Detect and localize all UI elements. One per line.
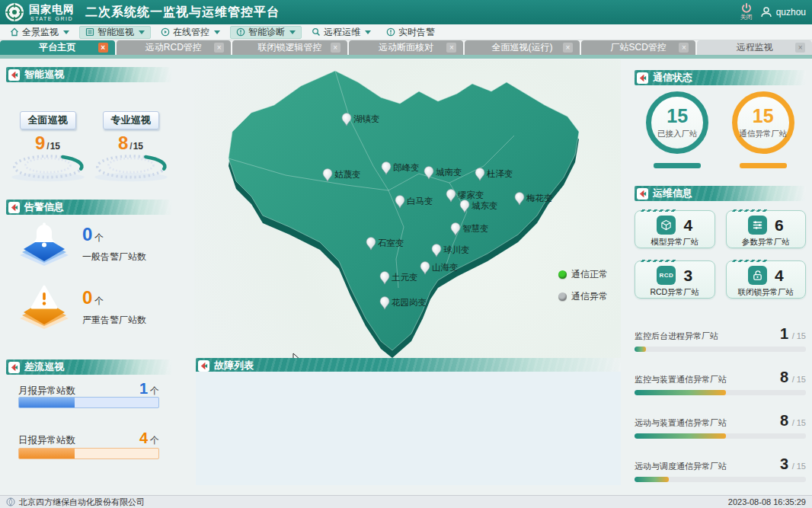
menu-label: 智能诊断 [248, 26, 285, 39]
stat-label: 远动与调度通信异常厂站 [635, 461, 727, 472]
map-pin[interactable]: 智慧变 [450, 222, 489, 236]
stat-row: 远动与装置通信异常厂站 8 15 [635, 413, 806, 439]
tab-close-icon[interactable]: × [214, 43, 224, 53]
menu-label: 在线管控 [173, 26, 209, 39]
menu-label: 远程运维 [324, 26, 360, 39]
menu-label: 实时告警 [398, 26, 435, 39]
general-alarm-label: 一般告警厂站数 [82, 251, 146, 264]
tab-label: 厂站SCD管控 [611, 41, 667, 54]
map-pin[interactable]: 白马变 [395, 195, 433, 209]
user-menu[interactable]: quzhou [760, 6, 806, 18]
severe-alarm-count: 0 [82, 287, 92, 308]
tab-label: 平台主页 [39, 41, 75, 54]
diagnosis-icon [236, 27, 245, 37]
map-pin[interactable]: 土元变 [379, 271, 418, 285]
menu-item-remote-ops[interactable]: 远程运维 [306, 26, 376, 39]
chevron-down-icon [289, 30, 296, 34]
map-pin[interactable]: 城南变 [424, 166, 462, 180]
magnifier-icon [312, 27, 321, 37]
menu-item-smart-diagnosis[interactable]: 智能诊断 [230, 26, 302, 39]
comm-abnormal-ring[interactable]: 15 通信异常厂站 [732, 91, 794, 168]
station-label: 白马变 [407, 196, 433, 207]
user-name: quzhou [776, 7, 806, 18]
fault-list-body[interactable] [196, 372, 621, 485]
stat-progress-track [635, 433, 806, 439]
station-label: 湖镇变 [353, 113, 380, 125]
status-bar: 北京四方继保自动化股份有限公司 2023-08-08 16:35:29 [0, 495, 812, 508]
map-pin[interactable]: 湖镇变 [341, 113, 380, 126]
tab-close-icon[interactable]: × [331, 43, 340, 53]
tab-close-icon[interactable]: × [446, 43, 456, 53]
gauge-pro-patrol[interactable]: 专业巡视 815 [91, 111, 171, 183]
menu-item-smart-patrol[interactable]: 智能巡视 [79, 26, 151, 39]
stat-row: 监控与装置通信异常厂站 8 15 [635, 369, 806, 395]
gauge-label: 专业巡视 [103, 111, 159, 129]
ops-cards: 4 模型异常厂站 6 参数异常厂站 RCD 3 RCD异常厂站 [635, 210, 806, 299]
tab[interactable]: 联闭锁逻辑管控 × [232, 40, 347, 55]
tab-close-icon[interactable]: × [98, 43, 108, 53]
map-pin[interactable]: 花园岗变 [379, 296, 427, 310]
patrol-gauges: 全面巡视 915 专业巡视 815 [6, 111, 172, 183]
stat-label: 远动与装置通信异常厂站 [635, 417, 727, 429]
pin-icon [366, 237, 376, 251]
menu-item-panorama[interactable]: 全景监视 [5, 26, 75, 39]
brand-cn: 国家电网 [29, 4, 75, 14]
ring-underline [654, 163, 701, 168]
gray-dot-icon [558, 292, 567, 301]
stat-row: 远动与调度通信异常厂站 3 15 [635, 456, 806, 482]
page-title: 二次系统统一监视与运维管控平台 [85, 5, 280, 21]
pin-icon [341, 113, 352, 126]
tab[interactable]: 全面巡视(运行) × [465, 40, 580, 55]
station-label: 山海变 [432, 262, 459, 273]
tab[interactable]: 厂站SCD管控 × [581, 40, 696, 55]
model-abnormal-count: 4 [683, 217, 692, 233]
interlock-abnormal-card[interactable]: 4 联闭锁异常厂站 [726, 260, 807, 299]
chevron-down-icon [365, 30, 371, 34]
unit: 个 [150, 435, 159, 446]
station-label: 城南变 [436, 167, 462, 178]
checklist-icon [85, 27, 94, 37]
menu-label: 全景监视 [22, 26, 59, 39]
pin-icon [379, 296, 390, 310]
pin-icon [446, 189, 456, 203]
parameter-icon [748, 216, 767, 235]
daily-diff-row: 日报异常站数 4个 [18, 430, 159, 447]
map-pin[interactable]: 山海变 [420, 261, 459, 275]
map-pin[interactable]: 石室变 [366, 237, 404, 251]
menu-item-realtime-alarm[interactable]: 实时告警 [381, 26, 440, 39]
connected-stations-ring[interactable]: 15 已接入厂站 [646, 91, 708, 168]
tab[interactable]: 远程监视 × [697, 40, 812, 55]
rcd-abnormal-card[interactable]: RCD 3 RCD异常厂站 [635, 260, 715, 299]
map-pin[interactable]: 梅花变 [514, 192, 553, 206]
region-map[interactable]: 湖镇变 姑蔑变 郎峰变 [194, 59, 621, 358]
stat-progress-track [635, 477, 806, 482]
map-pin[interactable]: 郎峰变 [381, 161, 420, 175]
stat-value: 8 [780, 369, 788, 385]
map-pin[interactable]: 球川变 [431, 244, 470, 257]
menu-item-online-control[interactable]: 在线管控 [155, 26, 225, 39]
tab-close-icon[interactable]: × [795, 43, 805, 53]
section-arrow-icon [637, 72, 648, 84]
tab[interactable]: 远动断面核对 × [349, 40, 464, 55]
model-abnormal-card[interactable]: 4 模型异常厂站 [635, 210, 715, 248]
tab[interactable]: 远动RCD管控 × [117, 40, 232, 55]
section-title: 通信状态 [653, 71, 692, 85]
section-header-comm-status: 通信状态 [635, 70, 806, 85]
tab[interactable]: 平台主页 × [0, 40, 115, 55]
chevron-down-icon [214, 30, 220, 34]
parameter-abnormal-card[interactable]: 6 参数异常厂站 [726, 210, 807, 248]
daily-diff-label: 日报异常站数 [18, 434, 75, 447]
map-pin[interactable]: 姑蔑变 [322, 168, 361, 182]
pin-icon [424, 166, 434, 180]
map-pin[interactable]: 城东变 [459, 200, 498, 213]
tab-close-icon[interactable]: × [679, 43, 689, 53]
map-pin[interactable]: 杜泽变 [475, 168, 513, 181]
station-label: 梅花变 [526, 193, 553, 204]
section-header-fault-list: 故障列表 [196, 358, 621, 373]
stat-label: 监控与装置通信异常厂站 [635, 374, 727, 385]
tab-close-icon[interactable]: × [563, 43, 573, 53]
gauge-full-patrol[interactable]: 全面巡视 915 [8, 111, 88, 183]
pin-icon [379, 271, 390, 285]
tab-label: 远程监视 [737, 41, 773, 54]
close-button[interactable]: 关闭 [740, 3, 753, 21]
